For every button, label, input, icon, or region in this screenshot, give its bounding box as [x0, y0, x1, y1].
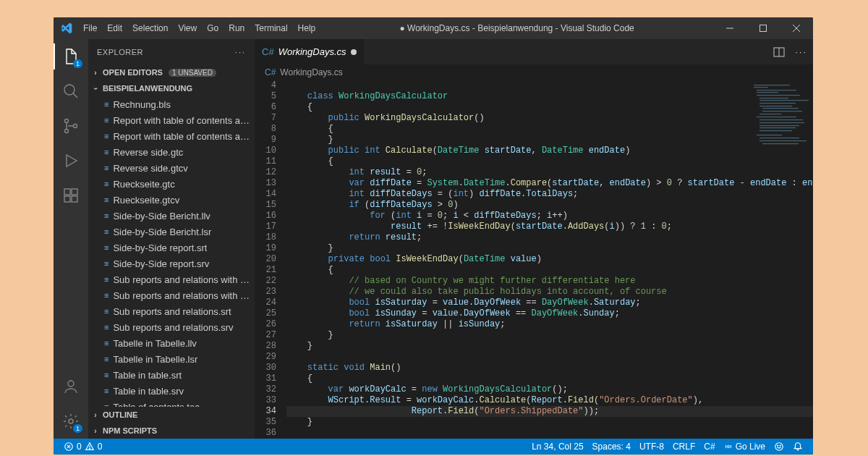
svg-rect-13	[72, 189, 77, 195]
minimap[interactable]	[749, 80, 813, 167]
file-item[interactable]: ≡Report with table of contents and index…	[88, 128, 255, 144]
split-editor-icon[interactable]	[773, 46, 785, 58]
file-item[interactable]: ≡Tabelle in Tabelle.llv	[88, 335, 255, 351]
explorer-icon[interactable]: 1	[54, 43, 88, 69]
svg-rect-33	[760, 125, 799, 126]
outline-section[interactable]: › OUTLINE	[88, 407, 255, 423]
svg-rect-28	[762, 111, 802, 111]
svg-point-48	[780, 445, 780, 446]
window-title: ● WorkingDays.cs - Beispielanwendung - V…	[320, 23, 713, 33]
file-icon: ≡	[104, 259, 109, 268]
svg-rect-1	[760, 25, 767, 32]
tab-bar: C# WorkingDays.cs ···	[255, 39, 813, 64]
workspace-section[interactable]: › BEISPIELANWENDUNG	[88, 80, 255, 96]
file-item[interactable]: ≡Rechnung.bls	[88, 96, 255, 112]
chevron-down-icon: ›	[92, 84, 100, 93]
menu-file[interactable]: File	[78, 17, 102, 39]
editor-body[interactable]: 4567891011121314151617181920212223242526…	[255, 80, 813, 439]
file-item[interactable]: ≡Rueckseite.gtcv	[88, 192, 255, 208]
menu-edit[interactable]: Edit	[102, 17, 127, 39]
file-item[interactable]: ≡Table in table.srt	[88, 367, 255, 383]
file-item[interactable]: ≡Sub reports and relations with expandab…	[88, 271, 255, 287]
npm-scripts-section[interactable]: › NPM SCRIPTS	[88, 423, 255, 439]
status-language[interactable]: C#	[699, 442, 719, 452]
menu-go[interactable]: Go	[202, 17, 224, 39]
code-content[interactable]: class WorkingDaysCalculator { public Wor…	[286, 80, 813, 439]
chevron-right-icon: ›	[91, 427, 100, 435]
file-item[interactable]: ≡Sub reports and relations with expandab…	[88, 287, 255, 303]
file-item[interactable]: ≡Sub reports and relations.srt	[88, 303, 255, 319]
close-button[interactable]	[780, 17, 813, 39]
tab-workingdays[interactable]: C# WorkingDays.cs	[255, 39, 365, 64]
menu-view[interactable]: View	[173, 17, 202, 39]
menu-run[interactable]: Run	[224, 17, 250, 39]
settings-icon[interactable]: 1	[54, 408, 88, 434]
file-label: Tabelle in Tabelle.llv	[113, 338, 196, 349]
file-item[interactable]: ≡Side-by-Side Bericht.lsr	[88, 224, 255, 240]
file-item[interactable]: ≡Report with table of contents and index…	[88, 112, 255, 128]
file-label: Side-by-Side Bericht.llv	[113, 211, 210, 221]
svg-rect-10	[64, 189, 70, 195]
sidebar: EXPLORER ··· › OPEN EDITORS 1 UNSAVED › …	[88, 39, 255, 439]
status-encoding[interactable]: UTF-8	[635, 442, 668, 452]
file-item[interactable]: ≡Side-by-Side report.srt	[88, 240, 255, 256]
svg-rect-34	[760, 127, 796, 128]
unsaved-badge: 1 UNSAVED	[169, 69, 216, 77]
svg-point-4	[64, 85, 75, 95]
status-errors[interactable]: 0 0	[59, 442, 106, 452]
status-golive[interactable]: Go Live	[720, 442, 770, 452]
extensions-icon[interactable]	[54, 182, 88, 208]
accounts-icon[interactable]	[54, 373, 88, 400]
file-icon: ≡	[104, 195, 109, 204]
breadcrumb[interactable]: C# WorkingDays.cs	[255, 64, 813, 80]
file-item[interactable]: ≡Reverse side.gtc	[88, 144, 255, 160]
file-item[interactable]: ≡Side-by-Side Bericht.llv	[88, 208, 255, 224]
status-lncol[interactable]: Ln 34, Col 25	[527, 442, 587, 452]
menu-help[interactable]: Help	[293, 17, 321, 39]
explorer-title: EXPLORER	[97, 48, 143, 56]
file-item[interactable]: ≡Rueckseite.gtc	[88, 176, 255, 192]
minimize-button[interactable]	[713, 17, 746, 39]
maximize-button[interactable]	[746, 17, 780, 39]
svg-rect-12	[72, 196, 77, 202]
status-spaces[interactable]: Spaces: 4	[588, 442, 635, 452]
more-actions-icon[interactable]: ···	[795, 46, 807, 57]
status-bell-icon[interactable]	[788, 442, 807, 452]
menu-selection[interactable]: Selection	[127, 17, 173, 39]
search-icon[interactable]	[54, 78, 88, 104]
file-item[interactable]: ≡Sub reports and relations.srv	[88, 319, 255, 335]
file-label: Sub reports and relations.srt	[113, 306, 231, 317]
svg-rect-26	[760, 106, 792, 106]
editor-column: C# WorkingDays.cs ··· C# WorkingDays.cs …	[255, 39, 813, 439]
run-debug-icon[interactable]	[54, 148, 88, 174]
file-icon: ≡	[104, 132, 109, 140]
file-item[interactable]: ≡Table of contents.toc	[88, 399, 255, 407]
svg-rect-35	[760, 130, 792, 131]
more-icon[interactable]: ···	[235, 48, 246, 56]
file-item[interactable]: ≡Table in table.srv	[88, 383, 255, 399]
line-number-gutter: 4567891011121314151617181920212223242526…	[255, 80, 286, 439]
file-icon: ≡	[104, 275, 109, 284]
file-icon: ≡	[104, 180, 109, 188]
file-label: Tabelle in Tabelle.lsr	[113, 354, 197, 365]
file-item[interactable]: ≡Reverse side.gtcv	[88, 160, 255, 176]
svg-point-8	[74, 124, 77, 128]
file-label: Report with table of contents and index.…	[113, 115, 255, 126]
svg-rect-24	[760, 100, 809, 101]
file-item[interactable]: ≡Side-by-Side report.srv	[88, 256, 255, 271]
file-label: Reverse side.gtc	[113, 147, 183, 158]
vscode-window: File Edit Selection View Go Run Terminal…	[54, 17, 813, 455]
menu-terminal[interactable]: Terminal	[250, 17, 292, 39]
svg-rect-30	[757, 117, 796, 117]
file-item[interactable]: ≡Tabelle in Tabelle.lsr	[88, 351, 255, 367]
file-label: Rueckseite.gtc	[113, 179, 174, 190]
breadcrumb-file: WorkingDays.cs	[280, 67, 342, 77]
source-control-icon[interactable]	[54, 113, 88, 139]
svg-rect-23	[760, 98, 788, 98]
open-editors-section[interactable]: › OPEN EDITORS 1 UNSAVED	[88, 64, 255, 80]
file-icon: ≡	[104, 100, 109, 109]
status-eol[interactable]: CRLF	[668, 442, 699, 452]
file-list: ≡Rechnung.bls≡Report with table of conte…	[88, 96, 255, 407]
file-icon: ≡	[104, 227, 109, 236]
status-feedback-icon[interactable]	[770, 442, 788, 452]
